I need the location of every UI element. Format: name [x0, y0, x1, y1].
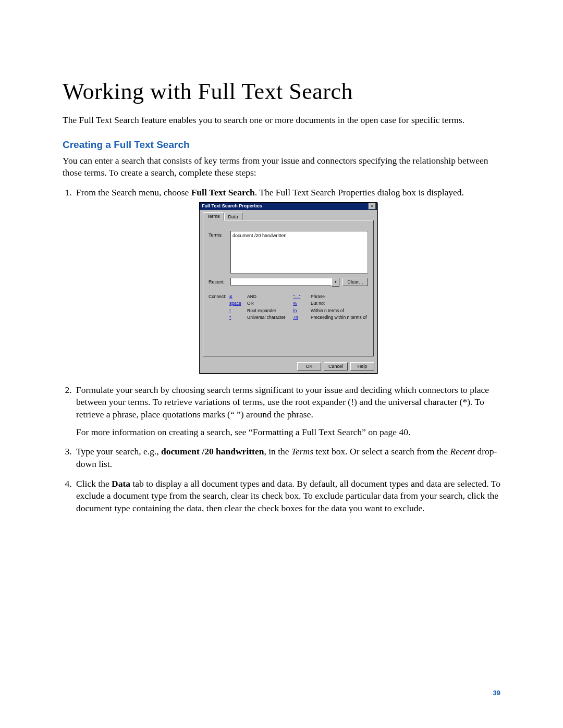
conn-desc-butnot: But not	[311, 301, 368, 306]
step-3-mid: , in the	[264, 446, 291, 456]
conn-sym-slashn[interactable]: /n	[293, 308, 308, 314]
step-3-italic1: Terms	[291, 446, 313, 456]
conn-desc-phrase: Phrase	[311, 294, 368, 300]
conn-desc-and: AND	[247, 294, 290, 300]
tab-terms[interactable]: Terms	[203, 212, 224, 220]
step-2-text: Formulate your search by choosing search…	[76, 385, 489, 419]
conn-sym-pct[interactable]: %	[293, 301, 308, 306]
conn-sym-quote[interactable]: "…"	[293, 294, 308, 300]
conn-sym-bang[interactable]: !	[229, 308, 244, 314]
dialog-figure: Full Text Search Properties × Terms Data…	[76, 202, 500, 374]
close-icon[interactable]: ×	[369, 203, 376, 209]
dialog-titlebar: Full Text Search Properties ×	[200, 203, 377, 210]
conn-sym-star[interactable]: *	[229, 315, 244, 320]
step-1-bold: Full Text Search	[191, 187, 255, 198]
step-4-bold: Data	[112, 478, 130, 489]
conn-desc-preceding: Preceeding within n terms of	[311, 315, 368, 320]
section-intro: You can enter a search that consists of …	[63, 155, 500, 179]
conn-sym-plusn[interactable]: +n	[293, 315, 308, 320]
terms-input-value: document /20 handwritten	[232, 233, 287, 238]
dialog-title: Full Text Search Properties	[202, 203, 262, 209]
dialog-body: Terms Data Terms: document /20 handwritt…	[200, 210, 377, 360]
page: Working with Full Text Search The Full T…	[0, 0, 563, 728]
intro-paragraph: The Full Text Search feature enables you…	[63, 114, 500, 127]
conn-desc-within: Within n terms of	[311, 308, 368, 314]
step-4: Click the Data tab to display a all docu…	[74, 478, 500, 515]
conn-desc-or: OR	[247, 301, 290, 306]
full-text-search-dialog: Full Text Search Properties × Terms Data…	[199, 202, 377, 374]
tab-bar: Terms Data	[203, 212, 374, 220]
step-3-italic2: Recent	[450, 446, 475, 456]
step-3-pre: Type your search, e.g.,	[76, 446, 161, 456]
step-2: Formulate your search by choosing search…	[74, 384, 500, 439]
step-4-post: tab to display a all document types and …	[76, 478, 500, 513]
cancel-button[interactable]: Cancel	[324, 362, 348, 371]
recent-field[interactable]	[230, 278, 332, 286]
conn-desc-root: Root expander	[247, 308, 290, 314]
page-title: Working with Full Text Search	[63, 78, 500, 105]
step-3: Type your search, e.g., document /20 han…	[74, 446, 500, 470]
step-1: From the Search menu, choose Full Text S…	[74, 187, 500, 374]
terms-panel: Terms: document /20 handwritten Recent: …	[203, 220, 374, 356]
section-heading: Creating a Full Text Search	[63, 139, 500, 151]
step-2b-text: For more information on creating a searc…	[76, 426, 500, 439]
step-3-bold: document /20 handwritten	[161, 446, 264, 456]
page-number: 39	[493, 689, 500, 697]
connectors-legend: Connect: & space ! * AND OR	[209, 294, 368, 321]
connect-label: Connect:	[209, 294, 226, 321]
terms-input[interactable]: document /20 handwritten	[230, 231, 368, 274]
recent-combobox[interactable]: ▾	[230, 278, 339, 287]
ok-button[interactable]: OK	[297, 362, 321, 371]
clear-button[interactable]: Clear…	[342, 278, 368, 286]
step-1-text-pre: From the Search menu, choose	[76, 187, 191, 198]
tab-data[interactable]: Data	[224, 213, 242, 220]
recent-label: Recent:	[209, 279, 230, 285]
conn-desc-univ: Universal character	[247, 315, 290, 320]
conn-sym-amp[interactable]: &	[229, 294, 244, 300]
terms-label: Terms:	[209, 231, 230, 238]
chevron-down-icon[interactable]: ▾	[332, 278, 339, 287]
step-4-pre: Click the	[76, 478, 112, 489]
conn-sym-space[interactable]: space	[229, 301, 244, 306]
help-button[interactable]: Help	[350, 362, 374, 371]
step-3-mid2: text box. Or select a search from the	[313, 446, 450, 456]
step-1-text-post: . The Full Text Search Properties dialog…	[255, 187, 464, 198]
dialog-footer: OK Cancel Help	[200, 360, 377, 373]
steps-list: From the Search menu, choose Full Text S…	[63, 187, 500, 515]
